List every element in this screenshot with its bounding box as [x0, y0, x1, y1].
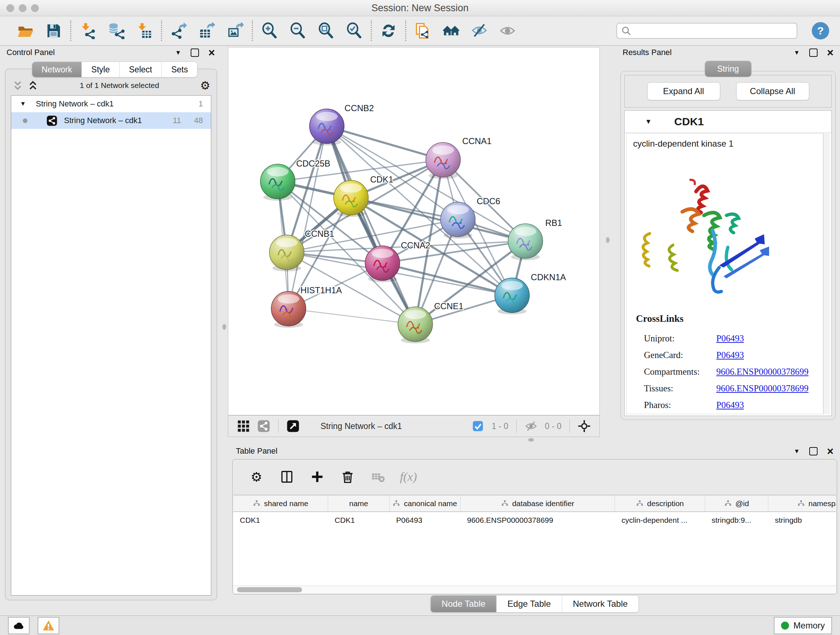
float-panel-icon[interactable]: ▼: [175, 50, 181, 56]
table-horizontal-scrollbar[interactable]: [233, 586, 836, 593]
network-node-CCNA1[interactable]: [426, 142, 461, 179]
table-cell[interactable]: CDK1: [233, 512, 328, 528]
export-network-icon[interactable]: [170, 22, 187, 40]
network-options-gear-icon[interactable]: ⚙: [200, 80, 210, 91]
create-column-icon[interactable]: [309, 469, 325, 485]
network-list-item[interactable]: String Network – cdk11148: [11, 112, 211, 129]
network-edge[interactable]: [327, 126, 443, 160]
hide-selected-icon[interactable]: [471, 22, 488, 40]
network-node-RB1[interactable]: [508, 224, 543, 260]
tree-expander-icon[interactable]: ▼: [20, 100, 29, 108]
search-input[interactable]: [632, 24, 797, 38]
save-session-icon[interactable]: [45, 22, 62, 40]
zoom-in-icon[interactable]: [261, 22, 278, 40]
column-header-description[interactable]: description: [615, 495, 705, 511]
network-view-share-icon[interactable]: [256, 419, 271, 433]
close-panel-icon[interactable]: ×: [827, 47, 834, 58]
new-network-from-selection-icon[interactable]: [414, 22, 431, 40]
network-node-CDC25B[interactable]: [261, 164, 295, 201]
close-panel-icon[interactable]: ×: [827, 446, 834, 457]
selected-nodes-checkbox-icon[interactable]: [471, 419, 485, 433]
expand-all-button[interactable]: Expand All: [647, 82, 720, 100]
column-header--id[interactable]: @id: [705, 495, 768, 511]
table-cell[interactable]: stringdb: [768, 512, 836, 528]
table-row[interactable]: CDK1CDK1P064939606.ENSP00000378699cyclin…: [233, 512, 836, 528]
collapse-section-icon[interactable]: ▼: [645, 118, 652, 126]
column-header-database-identifier[interactable]: database identifier: [461, 495, 615, 511]
close-panel-icon[interactable]: ×: [208, 47, 215, 58]
tab-sets[interactable]: Sets: [162, 62, 197, 77]
birdseye-view-icon[interactable]: [577, 419, 592, 433]
column-header-name[interactable]: name: [328, 495, 390, 511]
crosslink-link[interactable]: 9606.ENSP00000378699: [716, 383, 808, 394]
memory-button[interactable]: Memory: [774, 617, 832, 634]
network-grid-view-icon[interactable]: [236, 419, 251, 433]
tab-network[interactable]: Network: [32, 62, 82, 77]
crosslink-link[interactable]: P06493: [716, 350, 744, 360]
tab-edge-table[interactable]: Edge Table: [497, 595, 562, 612]
zoom-out-icon[interactable]: [289, 22, 306, 40]
column-header-namespace[interactable]: namespace: [768, 495, 836, 511]
table-cell[interactable]: CDK1: [328, 512, 390, 528]
detach-view-icon[interactable]: [286, 419, 300, 433]
warnings-button[interactable]: [38, 617, 59, 634]
import-network-database-icon[interactable]: [107, 22, 125, 40]
network-node-CCNB1[interactable]: [270, 235, 304, 272]
results-scrollbar[interactable]: [823, 133, 830, 414]
apply-preferred-layout-icon[interactable]: [380, 22, 397, 40]
first-neighbors-icon[interactable]: [442, 22, 460, 40]
network-node-CDK1[interactable]: [333, 180, 368, 217]
expand-all-icon[interactable]: [27, 80, 39, 91]
table-cell[interactable]: cyclin-dependent ...: [615, 512, 705, 528]
table-options-gear-icon[interactable]: ⚙: [248, 469, 264, 485]
splitter-handle[interactable]: [528, 438, 534, 442]
network-node-CDC6[interactable]: [441, 202, 475, 239]
node-table[interactable]: shared namenamecanonical namedatabase id…: [233, 495, 836, 585]
undock-panel-icon[interactable]: [191, 49, 199, 57]
table-panel: Table Panel ▼ × ⚙: [229, 445, 840, 616]
crosslink-link[interactable]: P06493: [716, 400, 744, 410]
float-panel-icon[interactable]: ▼: [794, 50, 800, 56]
undock-panel-icon[interactable]: [809, 447, 818, 455]
undock-panel-icon[interactable]: [809, 49, 818, 57]
search-field[interactable]: [616, 23, 797, 39]
table-cell[interactable]: P06493: [390, 512, 461, 528]
network-node-CCNE1[interactable]: [398, 307, 433, 344]
table-cell[interactable]: stringdb:9...: [705, 512, 768, 528]
splitter-handle[interactable]: [223, 324, 226, 330]
export-image-icon[interactable]: [226, 22, 244, 40]
float-panel-icon[interactable]: ▼: [794, 448, 800, 454]
collapse-all-icon[interactable]: [12, 80, 24, 91]
import-table-file-icon[interactable]: [136, 22, 153, 40]
zoom-fit-icon[interactable]: [317, 22, 335, 40]
network-edge[interactable]: [289, 309, 415, 325]
crosslink-link[interactable]: P06493: [716, 333, 744, 344]
scrollbar-thumb[interactable]: [237, 587, 302, 592]
show-hide-columns-icon[interactable]: [279, 469, 295, 485]
network-graph[interactable]: CCNB2CCNA1CDC25BCDK1CDC6RB1CCNB1CCNA2CDK…: [228, 48, 600, 415]
export-table-icon[interactable]: [198, 22, 216, 40]
cloud-status-button[interactable]: [8, 617, 30, 634]
collapse-all-button[interactable]: Collapse All: [736, 82, 809, 100]
splitter-handle[interactable]: [606, 237, 609, 243]
tab-string[interactable]: String: [705, 61, 751, 77]
network-node-HIST1H1A[interactable]: [271, 291, 306, 328]
network-list-item[interactable]: ▼String Network – cdk11: [11, 96, 211, 112]
help-button[interactable]: ?: [812, 22, 829, 40]
network-view-canvas[interactable]: CCNB2CCNA1CDC25BCDK1CDC6RB1CCNB1CCNA2CDK…: [228, 47, 600, 415]
tab-style[interactable]: Style: [82, 62, 119, 77]
crosslink-link[interactable]: 9606.ENSP00000378699: [716, 367, 808, 377]
tab-network-table[interactable]: Network Table: [562, 595, 639, 612]
table-cell[interactable]: 9606.ENSP00000378699: [461, 512, 615, 528]
import-network-file-icon[interactable]: [79, 22, 96, 40]
tab-select[interactable]: Select: [120, 62, 162, 77]
network-edge[interactable]: [289, 126, 327, 309]
delete-column-icon[interactable]: [340, 469, 355, 485]
zoom-selected-icon[interactable]: [346, 22, 363, 40]
gene-section-header[interactable]: ▼ CDK1: [625, 111, 831, 133]
open-session-icon[interactable]: [17, 22, 34, 40]
tab-node-table[interactable]: Node Table: [431, 595, 497, 612]
network-node-CDKN1A[interactable]: [495, 278, 530, 315]
column-header-canonical-name[interactable]: canonical name: [390, 495, 461, 511]
column-header-shared-name[interactable]: shared name: [233, 495, 328, 511]
